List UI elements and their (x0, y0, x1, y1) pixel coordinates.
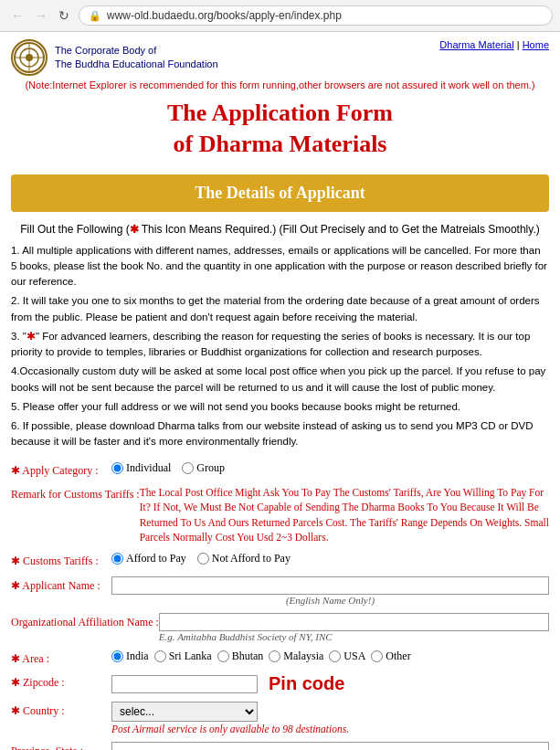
afford-radio-label[interactable]: Afford to Pay (111, 552, 186, 565)
bhutan-radio-label[interactable]: Bhutan (217, 650, 264, 663)
page-content: The Corporate Body of The Buddha Educati… (0, 32, 560, 750)
individual-radio[interactable] (111, 462, 123, 474)
remark-customs-content: The Local Post Office Might Ask You To P… (140, 485, 549, 544)
home-link[interactable]: Home (523, 39, 549, 50)
logo-area: The Corporate Body of The Buddha Educati… (11, 39, 218, 76)
remark-customs-row: Remark for Customs Tariffs : The Local P… (11, 485, 549, 544)
note-bar: (Note:Internet Explorer is recommended f… (11, 79, 549, 90)
zipcode-row: ✱ Zipcode : Pin code (11, 673, 549, 694)
malaysia-radio[interactable] (269, 650, 280, 662)
header-links: Dharma Material | Home (439, 39, 549, 50)
remark-text: The Local Post Office Might Ask You To P… (140, 487, 549, 542)
malaysia-radio-label[interactable]: Malaysia (269, 650, 323, 663)
logo-icon (11, 39, 48, 76)
apply-category-controls: Individual Group (111, 461, 549, 475)
usa-radio-label[interactable]: USA (329, 650, 365, 663)
instruction-1: 1. All multiple applications with differ… (11, 243, 549, 290)
fill-instruction: Fill Out the Following (✱ This Icon Mean… (11, 223, 549, 236)
lock-icon: 🔒 (89, 10, 101, 22)
forward-button[interactable]: → (31, 6, 51, 25)
group-radio-label[interactable]: Group (182, 461, 225, 475)
apply-category-row: ✱ Apply Category : Individual Group (11, 461, 549, 479)
applicant-name-control: (English Name Only!) (111, 576, 549, 606)
country-select[interactable]: selec... (111, 702, 258, 722)
area-row: ✱ Area : India Sri Lanka Bhutan (11, 650, 549, 667)
url-text: www-old.budaedu.org/books/apply-en/index… (107, 9, 342, 22)
country-label: ✱ Country : (11, 702, 111, 719)
instruction-5: 5. Please offer your full address or we … (11, 399, 549, 415)
country-control: selec... Post Airmail service is only av… (111, 702, 549, 734)
customs-tariffs-row: ✱ Customs Tariffs : Afford to Pay Not Af… (11, 552, 549, 569)
srilanka-radio-label[interactable]: Sri Lanka (154, 650, 212, 663)
province-state-label: Province, State : (11, 742, 111, 750)
not-afford-radio-label[interactable]: Not Afford to Pay (197, 552, 291, 565)
pin-code-annotation: Pin code (269, 673, 344, 694)
country-row: ✱ Country : selec... Post Airmail servic… (11, 702, 549, 734)
individual-radio-label[interactable]: Individual (111, 461, 171, 475)
org-affiliation-row: Organizational Affiliation Name : E.g. A… (11, 613, 549, 642)
required-icon: ✱ (130, 223, 139, 236)
customs-tariffs-controls: Afford to Pay Not Afford to Pay (111, 552, 549, 565)
afford-radio[interactable] (111, 553, 123, 565)
browser-toolbar: ← → ↻ 🔒 www-old.budaedu.org/books/apply-… (0, 0, 560, 32)
url-bar[interactable]: 🔒 www-old.budaedu.org/books/apply-en/ind… (79, 5, 553, 26)
required-star: ✱ (11, 464, 22, 477)
applicant-name-input[interactable] (111, 576, 549, 595)
apply-category-label: ✱ Apply Category : (11, 461, 111, 479)
refresh-button[interactable]: ↻ (55, 6, 73, 25)
zipcode-control: Pin code (111, 673, 549, 694)
airmail-note: Post Airmail service is only available t… (111, 724, 549, 734)
dharma-material-link[interactable]: Dharma Material (439, 39, 513, 50)
instructions: 1. All multiple applications with differ… (11, 243, 549, 450)
back-button[interactable]: ← (7, 6, 27, 25)
instruction-3: 3. "✱" For advanced learners, describing… (11, 329, 549, 361)
other-radio-label[interactable]: Other (371, 650, 410, 663)
applicant-name-hint: (English Name Only!) (111, 595, 549, 606)
area-label: ✱ Area : (11, 650, 111, 667)
province-state-input[interactable] (111, 742, 549, 750)
org-affiliation-input[interactable] (159, 613, 549, 631)
province-state-control (111, 742, 549, 750)
remark-customs-label: Remark for Customs Tariffs : (11, 485, 140, 502)
zipcode-label: ✱ Zipcode : (11, 673, 111, 691)
customs-tariffs-label: ✱ Customs Tariffs : (11, 552, 111, 569)
other-radio[interactable] (371, 650, 383, 662)
org-affiliation-hint: E.g. Amitabha Buddhist Society of NY, IN… (159, 631, 549, 642)
group-radio[interactable] (182, 462, 194, 474)
section-banner: The Details of Applicant (11, 174, 549, 212)
province-state-row: Province, State : (11, 742, 549, 750)
india-radio[interactable] (111, 650, 123, 662)
instruction-2: 2. It will take you one to six months to… (11, 293, 549, 325)
bhutan-radio[interactable] (217, 650, 229, 662)
applicant-name-label: ✱ Applicant Name : (11, 576, 111, 594)
srilanka-radio[interactable] (154, 650, 166, 662)
application-form: ✱ Apply Category : Individual Group (11, 461, 549, 750)
org-name: The Corporate Body of The Buddha Educati… (55, 44, 218, 72)
india-radio-label[interactable]: India (111, 650, 149, 663)
instruction-4: 4.Occasionally custom duty will be asked… (11, 364, 549, 396)
page-header: The Corporate Body of The Buddha Educati… (11, 39, 549, 76)
org-affiliation-label: Organizational Affiliation Name : (11, 613, 159, 630)
not-afford-radio[interactable] (197, 553, 209, 565)
zipcode-input[interactable] (111, 675, 258, 693)
instruction-6: 6. If possible, please download Dharma t… (11, 418, 549, 450)
usa-radio[interactable] (329, 650, 341, 662)
org-affiliation-control: E.g. Amitabha Buddhist Society of NY, IN… (159, 613, 549, 642)
area-controls: India Sri Lanka Bhutan Malaysia (111, 650, 549, 663)
main-title: The Application Form of Dharma Materials (11, 98, 549, 160)
applicant-name-row: ✱ Applicant Name : (English Name Only!) (11, 576, 549, 606)
